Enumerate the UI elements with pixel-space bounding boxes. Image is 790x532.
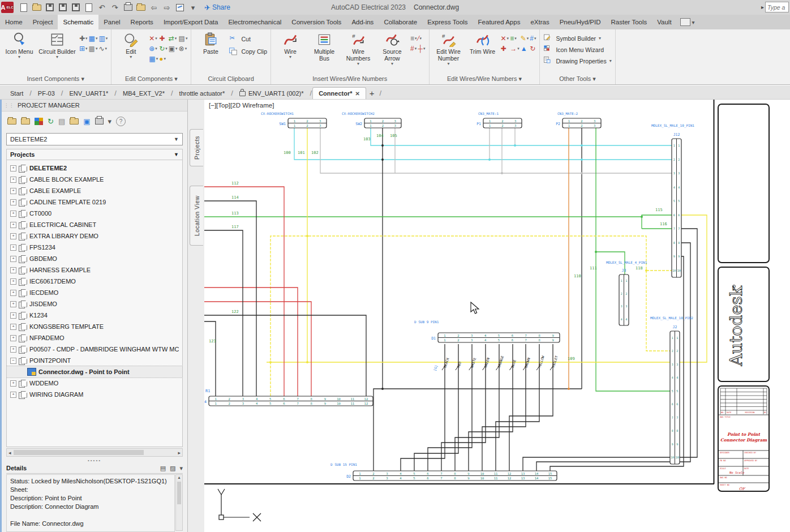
dropdown-arrow-icon[interactable]: ▾ bbox=[415, 35, 417, 42]
trim-wire-button[interactable]: Trim Wire bbox=[467, 31, 499, 55]
expand-icon[interactable]: + bbox=[10, 177, 16, 183]
drawing-tab-mb4-ext-v2-[interactable]: MB4_EXT_V2* bbox=[117, 88, 170, 99]
ribbon-tab-home[interactable]: Home bbox=[0, 15, 28, 29]
dropdown-arrow-icon[interactable]: ▾ bbox=[507, 35, 509, 42]
dropdown-arrow-icon[interactable]: ▾ bbox=[164, 55, 166, 63]
dropdown-arrow-icon[interactable]: ▾ bbox=[85, 45, 88, 53]
ribbon-tab-vault[interactable]: Vault bbox=[652, 15, 676, 29]
wire-button[interactable]: Wire▾ bbox=[274, 31, 306, 59]
drawing-tab-env-uart1-[interactable]: ENV_UART1* bbox=[63, 88, 114, 99]
dropdown-arrow-icon[interactable]: ▾ bbox=[175, 45, 178, 53]
dropdown-arrow-icon[interactable]: ▾ bbox=[85, 35, 88, 42]
save-all-icon[interactable] bbox=[72, 3, 80, 11]
tree-item-project[interactable]: +CADLINE TEMPLATE 0219 bbox=[7, 196, 182, 208]
expand-icon[interactable]: + bbox=[10, 256, 16, 262]
insert-dinrail-button[interactable]: ▥▾ bbox=[98, 35, 108, 42]
insert-component-button[interactable]: ✚▾ bbox=[79, 35, 88, 42]
plot-button[interactable] bbox=[122, 2, 134, 13]
forward-button[interactable]: ⇨ bbox=[161, 2, 173, 13]
move-component-button[interactable]: ✚ bbox=[159, 35, 168, 42]
insert-stub-button[interactable]: ∿▾ bbox=[98, 45, 108, 53]
dropdown-arrow-icon[interactable]: ▾ bbox=[527, 35, 529, 42]
panel-label[interactable]: Circuit Clipboard bbox=[191, 74, 271, 84]
update-folder-button[interactable] bbox=[70, 118, 79, 125]
tree-item-project[interactable]: +JISDEMO bbox=[7, 298, 182, 310]
source-arrow-button[interactable]: Source Arrow▾ bbox=[376, 31, 408, 66]
edit-pencil-button[interactable]: Edit▾ bbox=[115, 31, 147, 59]
ladder-button[interactable]: ≡▾ bbox=[410, 35, 417, 42]
redo-icon[interactable]: ↷ bbox=[112, 3, 118, 12]
tree-horizontal-scrollbar[interactable]: ◂ ▸ bbox=[6, 448, 183, 457]
dropdown-arrow-icon[interactable]: ▾ bbox=[423, 45, 426, 53]
app-logo[interactable]: AELC bbox=[1, 2, 14, 13]
undo-button[interactable]: ↶ bbox=[96, 2, 108, 13]
insert-terminal-button[interactable]: ⊞▾ bbox=[79, 45, 88, 53]
details-header[interactable]: Details ▤▨▾ bbox=[6, 463, 183, 474]
dropdown-arrow-icon[interactable]: ▾ bbox=[96, 35, 98, 42]
save-as-button[interactable] bbox=[57, 2, 68, 13]
tree-item-project[interactable]: +IECDEMO bbox=[7, 287, 182, 298]
project-manager-header[interactable]: ⋮⋮ PROJECT MANAGER bbox=[2, 100, 187, 111]
delete-wire-number-button[interactable]: ✕▾ bbox=[501, 35, 509, 42]
icon-menu-wizard-button[interactable]: Icon Menu Wizard bbox=[543, 45, 611, 54]
new-file-icon[interactable] bbox=[20, 3, 27, 12]
ribbon-tab-reports[interactable]: Reports bbox=[126, 15, 158, 29]
preview-icon[interactable]: ▤ bbox=[160, 465, 166, 472]
drawing-properties-button[interactable]: Drawing Properties▾ bbox=[543, 56, 611, 66]
task-list-icon[interactable]: ▤ bbox=[58, 117, 65, 126]
viewport-controls[interactable]: [−][Top][2D Wireframe] bbox=[209, 102, 274, 109]
undo-icon[interactable]: ↶ bbox=[99, 3, 105, 12]
active-project-dropdown[interactable]: DELETEME2 ▼ bbox=[6, 133, 183, 145]
tree-item-project[interactable]: +WIRING DIAGRAM bbox=[7, 389, 182, 400]
expand-icon[interactable]: + bbox=[10, 267, 16, 273]
panel-label[interactable]: Insert Wires/Wire Numbers bbox=[271, 74, 429, 84]
circuit-builder-button[interactable]: Circuit Builder▾ bbox=[37, 31, 77, 59]
icon-menu-button[interactable]: Icon Menu▾ bbox=[3, 31, 35, 59]
tree-item-project[interactable]: +EXTRA LIBRARY DEMO bbox=[7, 230, 182, 242]
back-icon[interactable]: ⇦ bbox=[151, 3, 157, 12]
collapse-icon[interactable]: − bbox=[10, 358, 16, 364]
ribbon-tab-add-ins[interactable]: Add-ins bbox=[346, 15, 379, 29]
tree-item-project[interactable]: −POINT2POINT bbox=[7, 355, 182, 366]
expand-icon[interactable]: + bbox=[10, 199, 16, 205]
dropdown-arrow-icon[interactable]: ▾ bbox=[415, 45, 417, 53]
task-list-button[interactable]: ▤ bbox=[58, 117, 65, 126]
panel-label[interactable]: Edit Components ▾ bbox=[111, 74, 191, 84]
help-button[interactable]: ? bbox=[116, 117, 126, 126]
dropdown-arrow-icon[interactable]: ▾ bbox=[105, 45, 108, 53]
save-icon[interactable] bbox=[46, 3, 54, 11]
new-project-icon[interactable] bbox=[21, 118, 30, 125]
move-wire-number-button[interactable]: ✚ bbox=[501, 45, 509, 53]
image-icon[interactable]: ▨ bbox=[170, 465, 175, 472]
help-search-input[interactable] bbox=[765, 2, 789, 12]
multiple-bus-button[interactable]: Multiple Bus bbox=[308, 31, 340, 62]
expand-icon[interactable]: + bbox=[10, 222, 16, 228]
open-project-button[interactable] bbox=[7, 118, 16, 125]
open-sheet-icon[interactable] bbox=[136, 5, 145, 11]
dropdown-arrow-icon[interactable]: ▾ bbox=[106, 35, 108, 42]
scroll-up-icon[interactable]: ▴ bbox=[176, 475, 182, 480]
expand-icon[interactable]: + bbox=[10, 278, 16, 285]
expand-icon[interactable]: + bbox=[10, 244, 16, 251]
ribbon-tab-import-export-data[interactable]: Import/Export Data bbox=[158, 15, 224, 29]
dropdown-arrow-icon[interactable]: ▾ bbox=[420, 35, 422, 42]
scrollbar-thumb[interactable] bbox=[177, 482, 181, 504]
move-attribute-button[interactable]: ●▾ bbox=[159, 55, 168, 63]
ribbon-tab-raster-tools[interactable]: Raster Tools bbox=[606, 15, 652, 29]
symbol-builder-button[interactable]: Symbol Builder▾ bbox=[543, 33, 611, 43]
scroll-right-icon[interactable]: ▸ bbox=[178, 450, 181, 456]
tree-item-project[interactable]: +WDDEMO bbox=[7, 377, 182, 389]
ribbon-tab-extras[interactable]: eXtras bbox=[525, 15, 554, 29]
delete-component-button[interactable]: ✕▾ bbox=[149, 35, 158, 42]
expand-icon[interactable]: + bbox=[10, 346, 16, 353]
dropdown-arrow-icon[interactable]: ▾ bbox=[155, 35, 157, 42]
expand-icon[interactable]: + bbox=[10, 380, 16, 387]
drawing-canvas[interactable]: [−][Top][2D Wireframe] 112233SW1CX-ROCKE… bbox=[204, 100, 790, 532]
swap-wire-numbers-button[interactable]: ↻ bbox=[530, 45, 536, 53]
save-all-button[interactable] bbox=[70, 2, 81, 13]
scoot-button[interactable]: ⇄▾ bbox=[169, 35, 178, 42]
tree-item-project[interactable]: +CABLE BLOCK EXAMPLE bbox=[7, 174, 182, 185]
tree-item-project[interactable]: +ELECTRICAL CABINET bbox=[7, 219, 182, 230]
revise-ladder-button[interactable]: ≡▾ bbox=[510, 35, 519, 42]
fix-wire-number-button[interactable]: ✎▾ bbox=[521, 35, 529, 42]
